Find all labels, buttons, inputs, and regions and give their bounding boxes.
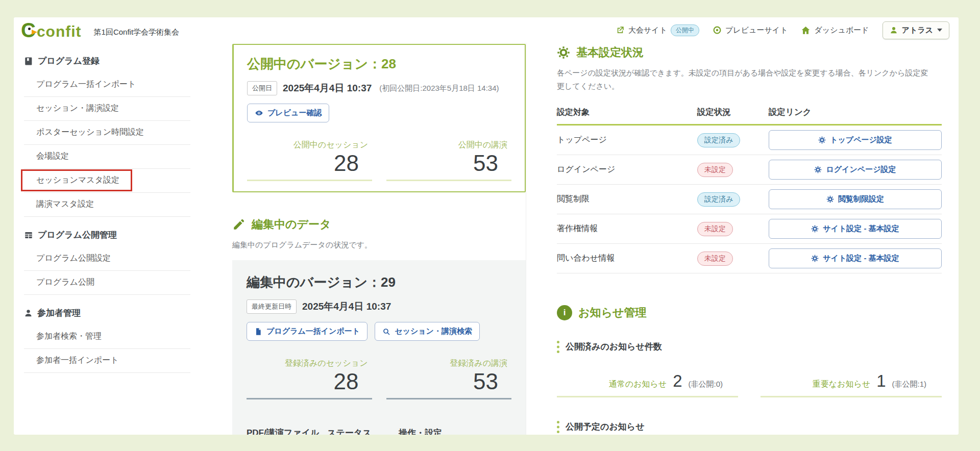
notice-stat-value: 2 — [673, 371, 682, 391]
view-restriction-settings-button[interactable]: 閲覧制限設定 — [769, 189, 942, 209]
sidebar-section-title-participants: 参加者管理 — [24, 302, 190, 325]
conference-site-link[interactable]: 大会サイト 公開中 — [616, 24, 699, 36]
gear-icon — [818, 136, 826, 144]
sidebar-section-title-program-publishing: プログラム公開管理 — [24, 224, 190, 247]
table-row-view-restriction: 閲覧制限 設定済み 閲覧制限設定 — [557, 185, 942, 214]
sidebar-item-poster-session-time[interactable]: ポスターセッション時間設定 — [24, 121, 190, 145]
sidebar-item-participant-bulk-import[interactable]: 参加者一括インポート — [24, 349, 190, 373]
program-bulk-import-label: プログラム一括インポート — [266, 327, 360, 336]
first-publish-date-note: (初回公開日:2023年5月18日 14:34) — [379, 84, 499, 93]
user-icon — [24, 309, 33, 317]
info-icon: i — [557, 305, 572, 320]
sidebar-section-label: 参加者管理 — [37, 307, 81, 319]
notice-stat-note: (非公開:1) — [892, 380, 927, 389]
published-version-panel: 公開中のバージョン：28 公開日 2025年4月4日 10:37 (初回公開日:… — [232, 44, 526, 192]
session-lecture-search-label: セッション・講演検索 — [395, 327, 472, 336]
publish-date-value: 2025年4月4日 10:37 — [283, 82, 372, 95]
status-badge-not-set: 未設定 — [697, 252, 733, 266]
sidebar-item-participant-search[interactable]: 参加者検索・管理 — [24, 325, 190, 349]
site-basic-settings-button[interactable]: サイト設定 - 基本設定 — [769, 219, 942, 239]
scheduled-notices-heading: 公開予定のお知らせ — [557, 421, 942, 433]
top-nav: 大会サイト 公開中 プレビューサイト ダッシュボード アトラス — [616, 21, 949, 39]
eye-icon — [255, 109, 263, 117]
preview-site-link[interactable]: プレビューサイト — [713, 26, 788, 35]
external-link-icon — [616, 26, 625, 35]
gear-icon — [557, 46, 570, 59]
notice-stat-label: 通常のお知らせ — [609, 379, 667, 390]
notice-stat-value: 1 — [876, 371, 886, 391]
setting-target: 著作権情報 — [557, 223, 697, 234]
caret-down-icon — [937, 29, 942, 32]
preview-confirm-label: プレビュー確認 — [267, 108, 322, 118]
sidebar-item-program-bulk-import[interactable]: プログラム一括インポート — [24, 73, 190, 97]
important-notices-stat: 重要なお知らせ 1 (非公開:1) — [761, 371, 942, 397]
settings-column: 基本設定状況 各ページの設定状況が確認できます。未設定の項目がある場合や設定を変… — [526, 43, 942, 435]
editing-version-panel: 編集中のバージョン：29 最終更新日時 2025年4月4日 10:37 プログラ… — [232, 260, 526, 435]
sidebar-section-title-program-registration: プログラム登録 — [24, 50, 190, 73]
site-basic-settings-button[interactable]: サイト設定 - 基本設定 — [769, 248, 942, 268]
sidebar-item-label: プログラム公開設定 — [36, 254, 111, 262]
gear-icon — [811, 255, 819, 262]
stat-value: 28 — [247, 369, 372, 395]
sidebar-section-program-publishing: プログラム公開管理 プログラム公開設定 プログラム公開 — [24, 224, 190, 295]
registered-lectures-stat: 登録済みの講演 53 — [386, 358, 512, 399]
stat-label: 公開中のセッション — [247, 140, 372, 151]
column-pdf-files: PDF/講演ファイル — [247, 427, 327, 435]
login-page-settings-button[interactable]: ログインページ設定 — [769, 160, 942, 180]
editing-stats: 登録済みのセッション 28 登録済みの講演 53 — [247, 358, 511, 399]
setting-target: 問い合わせ情報 — [557, 253, 697, 264]
setting-target: ログインページ — [557, 164, 697, 175]
column-setting-status: 設定状況 — [697, 107, 769, 118]
published-version-title: 公開中のバージョン：28 — [247, 55, 511, 73]
sidebar-item-program-publish[interactable]: プログラム公開 — [24, 271, 190, 295]
preview-confirm-button[interactable]: プレビュー確認 — [247, 104, 329, 122]
table-row-login-page: ログインページ 未設定 ログインページ設定 — [557, 155, 942, 185]
setting-link-label: ログインページ設定 — [826, 165, 896, 174]
publish-date-chip: 公開日 — [247, 81, 277, 95]
basic-settings-description: 各ページの設定状況が確認できます。未設定の項目がある場合や設定を変更する場合、各… — [557, 66, 935, 92]
editing-data-section-label: 編集中のデータ — [252, 217, 331, 232]
basic-settings-section-label: 基本設定状況 — [576, 45, 644, 60]
status-badge-not-set: 未設定 — [697, 163, 733, 177]
sidebar-item-venue-settings[interactable]: 会場設定 — [24, 145, 190, 169]
sidebar-item-label: ポスターセッション時間設定 — [36, 128, 144, 136]
user-icon — [890, 26, 898, 34]
sidebar-item-label: プログラム一括インポート — [36, 80, 136, 88]
account-label: アトラス — [902, 26, 933, 35]
program-data-column: 公開中のバージョン：28 公開日 2025年4月4日 10:37 (初回公開日:… — [232, 43, 526, 435]
sidebar-item-program-publish-settings[interactable]: プログラム公開設定 — [24, 247, 190, 271]
session-lecture-search-button[interactable]: セッション・講演検索 — [375, 322, 480, 341]
program-bulk-import-button[interactable]: プログラム一括インポート — [247, 322, 368, 341]
preview-site-label: プレビューサイト — [725, 26, 788, 35]
setting-target: 閲覧制限 — [557, 194, 697, 205]
top-page-settings-button[interactable]: トップページ設定 — [769, 130, 942, 150]
table-row-top-page: トップページ 設定済み トップページ設定 — [557, 126, 942, 155]
settings-table-header: 設定対象 設定状況 設定リンク — [557, 107, 942, 126]
published-sessions-stat: 公開中のセッション 28 — [247, 140, 372, 181]
sidebar-item-label: 講演マスタ設定 — [36, 199, 94, 208]
sidebar: プログラム登録 プログラム一括インポート セッション・講演設定 ポスターセッショ… — [14, 42, 204, 435]
search-icon — [382, 328, 390, 336]
sidebar-item-label: セッション・講演設定 — [36, 104, 119, 112]
column-setting-link: 設定リンク — [769, 107, 942, 118]
info-glyph: i — [564, 308, 566, 318]
conference-site-label: 大会サイト — [628, 26, 667, 35]
setting-link-label: トップページ設定 — [830, 135, 892, 145]
sidebar-section-participants: 参加者管理 参加者検索・管理 参加者一括インポート — [24, 302, 190, 373]
file-icon — [254, 328, 262, 336]
status-badge-done: 設定済み — [697, 192, 740, 207]
sidebar-item-session-master-settings[interactable]: セッションマスタ設定 — [24, 169, 190, 193]
editing-version-title: 編集中のバージョン：29 — [247, 273, 511, 291]
status-badge-done: 設定済み — [697, 133, 740, 147]
notice-stat-note: (非公開:0) — [689, 380, 723, 389]
sidebar-item-lecture-master-settings[interactable]: 講演マスタ設定 — [24, 193, 190, 217]
notice-counts: 通常のお知らせ 2 (非公開:0) 重要なお知らせ 1 (非公開:1) — [557, 371, 942, 397]
sidebar-item-session-lecture-settings[interactable]: セッション・講演設定 — [24, 97, 190, 121]
dashboard-link[interactable]: ダッシュボード — [801, 26, 869, 35]
stat-label: 登録済みの講演 — [386, 358, 512, 369]
account-menu-button[interactable]: アトラス — [883, 21, 949, 39]
sidebar-item-label: 会場設定 — [36, 152, 69, 160]
confit-logo[interactable]: C confit — [21, 21, 82, 39]
sidebar-item-label: セッションマスタ設定 — [36, 176, 119, 184]
sidebar-section-label: プログラム登録 — [38, 55, 100, 67]
